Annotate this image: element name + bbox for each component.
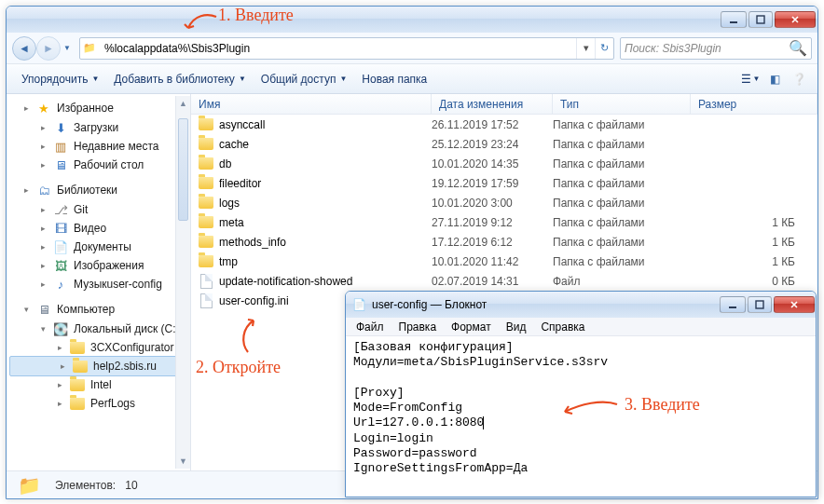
col-name[interactable]: Имя	[191, 94, 432, 114]
svg-rect-1	[757, 16, 764, 23]
sidebar-item[interactable]: ▸PerfLogs	[7, 394, 190, 413]
close-button[interactable]	[774, 296, 815, 313]
sidebar-item[interactable]: ▸⬇Загрузки	[7, 118, 190, 137]
file-row[interactable]: tmp10.01.2020 11:42Папка с файлами1 КБ	[191, 252, 817, 271]
status-label: Элементов:	[55, 479, 116, 492]
menu-item[interactable]: Файл	[350, 319, 391, 335]
menu-item[interactable]: Вид	[500, 319, 533, 335]
notepad-window: 📄 user-config — Блокнот ФайлПравкаФормат…	[345, 291, 817, 497]
sidebar-scrollbar[interactable]: ▲▼	[175, 96, 190, 469]
command-bar: Упорядочить ▼ Добавить в библиотеку ▼ Об…	[7, 64, 817, 94]
maximize-button[interactable]	[748, 11, 773, 28]
file-row[interactable]: update-notification-showed02.07.2019 14:…	[191, 271, 817, 291]
column-headers[interactable]: Имя Дата изменения Тип Размер	[191, 94, 817, 115]
close-button[interactable]	[775, 11, 816, 28]
sidebar-item[interactable]: ▾💽Локальный диск (C:)	[7, 320, 190, 338]
address-input[interactable]	[99, 42, 576, 55]
sidebar-item[interactable]: ▸🖼Изображения	[7, 256, 190, 275]
svg-rect-2	[729, 306, 736, 308]
svg-rect-3	[756, 301, 763, 308]
menu-item[interactable]: Формат	[445, 319, 498, 335]
minimize-button[interactable]	[721, 11, 747, 28]
col-date[interactable]: Дата изменения	[432, 94, 553, 114]
annotation-2: 2. Откройте	[196, 358, 281, 377]
sidebar-group[interactable]: ▾🖥Компьютер	[7, 299, 190, 320]
address-bar[interactable]: 📁 ▾ ↻	[79, 37, 614, 60]
minimize-button[interactable]	[720, 296, 746, 313]
notepad-titlebar[interactable]: 📄 user-config — Блокнот	[346, 292, 816, 318]
col-type[interactable]: Тип	[553, 94, 691, 114]
sidebar-item[interactable]: ▸📄Документы	[7, 238, 190, 256]
sidebar-item[interactable]: ▸🎞Видео	[7, 219, 190, 238]
sidebar-item[interactable]: ▸⎇Git	[7, 200, 190, 219]
status-count: 10	[125, 479, 137, 492]
organize-menu[interactable]: Упорядочить ▼	[14, 69, 106, 89]
refresh-button[interactable]: ↻	[595, 38, 613, 59]
explorer-titlebar[interactable]	[7, 7, 817, 33]
search-icon[interactable]: 🔍	[789, 39, 807, 57]
sidebar: ▸★Избранное▸⬇Загрузки▸▥Недавние места▸🖥Р…	[7, 94, 191, 470]
add-to-library-menu[interactable]: Добавить в библиотеку ▼	[106, 69, 253, 89]
arrow-2-icon	[237, 317, 274, 356]
annotation-3: 3. Введите	[625, 395, 700, 415]
sidebar-item[interactable]: ▸▥Недавние места	[7, 137, 190, 156]
nav-row: ◄ ► ▼ 📁 ▾ ↻ 🔍	[7, 33, 817, 64]
svg-rect-0	[730, 21, 737, 23]
new-folder-button[interactable]: Новая папка	[354, 69, 434, 89]
share-menu[interactable]: Общий доступ ▼	[254, 69, 355, 89]
folder-icon: 📁	[80, 38, 99, 59]
sidebar-group[interactable]: ▸🗂Библиотеки	[7, 180, 190, 200]
address-dropdown[interactable]: ▾	[576, 38, 595, 59]
search-box[interactable]: 🔍	[620, 37, 812, 60]
notepad-menubar: ФайлПравкаФорматВидСправка	[346, 318, 816, 336]
sidebar-item[interactable]: ▸3CXConfigurator	[7, 338, 190, 357]
sidebar-item[interactable]: ▸♪Музыкuser-config	[7, 275, 190, 293]
sidebar-item[interactable]: ▸Intel	[7, 375, 190, 394]
file-row[interactable]: logs10.01.2020 3:00Папка с файлами	[191, 193, 817, 212]
col-size[interactable]: Размер	[691, 94, 817, 114]
file-row[interactable]: cache25.12.2019 23:24Папка с файлами	[191, 134, 817, 154]
history-dropdown[interactable]: ▼	[61, 39, 74, 58]
notepad-title: user-config — Блокнот	[372, 298, 487, 311]
file-row[interactable]: db10.01.2020 14:35Папка с файлами	[191, 154, 817, 173]
help-icon[interactable]: ❔	[788, 68, 810, 90]
arrow-1-icon	[183, 13, 220, 37]
view-menu-icon[interactable]: ☰▼	[739, 68, 762, 90]
sidebar-item[interactable]: ▸help2.sbis.ru	[9, 356, 187, 376]
menu-item[interactable]: Правка	[392, 319, 444, 335]
file-row[interactable]: meta27.11.2019 9:12Папка с файлами1 КБ	[191, 212, 817, 232]
notepad-icon: 📄	[352, 298, 366, 311]
sidebar-item[interactable]: ▸🖥Рабочий стол	[7, 156, 190, 174]
sidebar-group[interactable]: ▸★Избранное	[7, 98, 190, 118]
file-row[interactable]: fileeditor19.12.2019 17:59Папка с файлам…	[191, 173, 817, 193]
menu-item[interactable]: Справка	[534, 319, 591, 335]
file-row[interactable]: asynccall26.11.2019 17:52Папка с файлами	[191, 115, 817, 134]
annotation-1: 1. Введите	[218, 6, 294, 25]
file-row[interactable]: methods_info17.12.2019 6:12Папка с файла…	[191, 232, 817, 252]
preview-pane-icon[interactable]: ◧	[763, 68, 786, 90]
maximize-button[interactable]	[748, 296, 772, 313]
forward-button[interactable]: ►	[36, 36, 61, 61]
folder-icon: 📁	[12, 473, 46, 497]
back-button[interactable]: ◄	[12, 36, 36, 61]
search-input[interactable]	[625, 42, 789, 55]
arrow-3-icon	[557, 399, 623, 419]
